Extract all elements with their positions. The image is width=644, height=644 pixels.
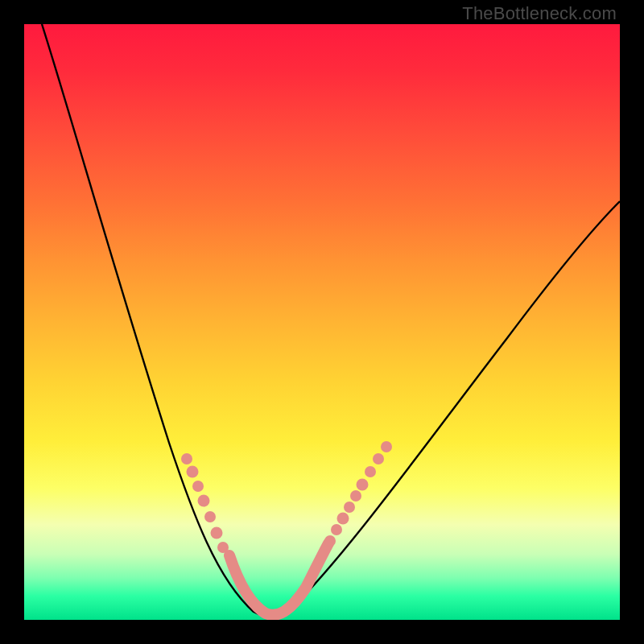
highlight-dots-right (324, 441, 392, 547)
svg-point-1 (187, 466, 199, 478)
svg-point-8 (331, 524, 342, 535)
svg-point-12 (357, 479, 369, 491)
svg-point-6 (217, 542, 229, 553)
svg-point-11 (350, 490, 361, 502)
svg-point-9 (337, 513, 349, 525)
svg-point-13 (365, 466, 376, 477)
watermark-text: TheBottleneck.com (462, 3, 617, 24)
svg-point-10 (344, 502, 355, 513)
chart-frame: TheBottleneck.com (0, 0, 644, 644)
svg-point-4 (204, 511, 216, 522)
svg-point-0 (181, 453, 192, 464)
plot-area (24, 24, 620, 620)
svg-point-7 (324, 535, 336, 547)
svg-point-14 (373, 453, 384, 464)
svg-point-3 (198, 495, 210, 507)
svg-point-5 (211, 527, 223, 539)
valley-band (229, 543, 328, 615)
svg-point-2 (192, 481, 204, 492)
svg-point-15 (381, 441, 392, 452)
bottleneck-curve (42, 24, 620, 617)
bottleneck-curve-svg (24, 24, 620, 620)
